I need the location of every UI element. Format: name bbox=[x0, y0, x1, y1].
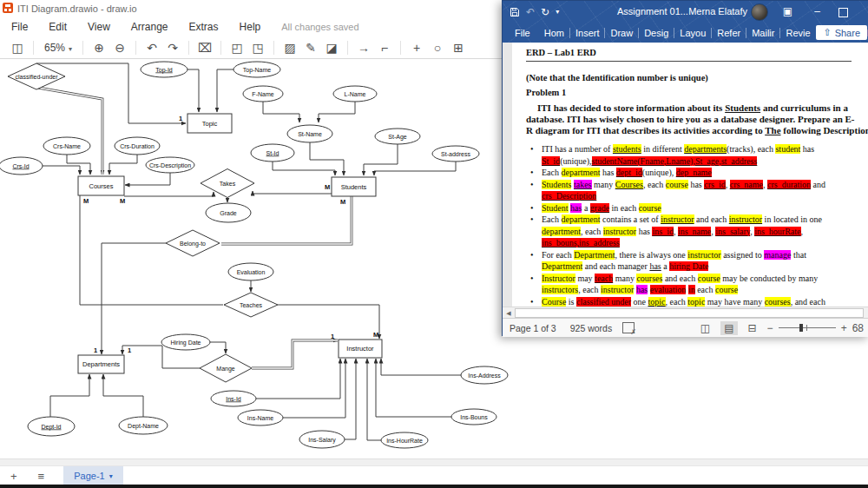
word-count[interactable]: 925 words bbox=[563, 323, 619, 333]
entity-students[interactable]: Students bbox=[332, 177, 376, 196]
attribute-grade[interactable]: Grade bbox=[206, 203, 251, 222]
tab-insert[interactable]: Insert bbox=[570, 28, 605, 38]
web-layout-icon[interactable]: ⊟ bbox=[745, 321, 760, 335]
edge-insbouns-instructor[interactable] bbox=[376, 359, 451, 417]
attribute-l-name[interactable]: L-Name bbox=[333, 86, 377, 102]
relationship-classified-under[interactable]: classified-under bbox=[8, 63, 65, 89]
menu-item-file[interactable]: File bbox=[0, 18, 38, 36]
attribute-ins-salary[interactable]: Ins-Salary bbox=[299, 431, 345, 448]
edge-inshourrate-instructor[interactable] bbox=[367, 359, 381, 440]
edge-topname-topic[interactable] bbox=[217, 69, 233, 112]
edge-lname-stname[interactable] bbox=[319, 102, 355, 122]
undo-icon[interactable]: ↶ bbox=[141, 38, 162, 57]
attribute-dept-name[interactable]: Dept-Name bbox=[119, 417, 168, 434]
proofing-errors-icon[interactable] bbox=[622, 322, 635, 333]
zoom-slider-thumb[interactable] bbox=[799, 324, 803, 332]
zoom-slider[interactable]: − + 68 bbox=[767, 322, 864, 334]
attribute-hiring-date[interactable]: Hiring Date bbox=[161, 334, 210, 350]
minimize-icon[interactable]: – bbox=[814, 5, 820, 17]
entity-courses[interactable]: Courses bbox=[78, 176, 124, 195]
maximize-icon[interactable] bbox=[838, 8, 848, 17]
line-color-icon[interactable]: ✎ bbox=[300, 38, 321, 57]
zoom-out-icon[interactable]: ⊖ bbox=[109, 38, 130, 57]
attribute-ins-id[interactable]: Ins-Id bbox=[211, 391, 256, 406]
edge-students-takes[interactable] bbox=[253, 191, 332, 194]
edge-topid-topic[interactable] bbox=[187, 69, 199, 112]
edge-insaddress-instructor[interactable] bbox=[381, 359, 461, 375]
edge-inssalary-instructor[interactable] bbox=[345, 359, 356, 439]
add-page-icon[interactable]: + bbox=[0, 470, 28, 483]
attribute-st-address[interactable]: St-address bbox=[432, 146, 479, 162]
edge-hiringdate-mange[interactable] bbox=[210, 342, 226, 353]
attribute-st-id[interactable]: St-Id bbox=[251, 144, 294, 162]
relationship-teaches[interactable]: Teaches bbox=[224, 293, 278, 317]
attribute-top-name[interactable]: Top-Name bbox=[233, 62, 280, 77]
print-layout-icon[interactable]: ▤ bbox=[720, 321, 737, 335]
edge-teaches-instructor[interactable] bbox=[278, 305, 379, 339]
signed-in-user[interactable]: Merna Elatafy bbox=[688, 6, 747, 16]
attribute-dept-id[interactable]: Dept-Id bbox=[28, 417, 75, 436]
edge-deptname-departments[interactable] bbox=[103, 374, 143, 417]
attribute-crs-name[interactable]: Crs-Name bbox=[43, 137, 90, 155]
menu-item-view[interactable]: View bbox=[77, 18, 121, 36]
fill-color-icon[interactable]: ▨ bbox=[279, 38, 300, 57]
entity-instructor[interactable]: Instructor bbox=[339, 340, 382, 358]
zoom-percent[interactable]: 68 bbox=[852, 322, 864, 334]
toggle-panel-icon[interactable]: ◫ bbox=[7, 38, 28, 57]
menu-item-edit[interactable]: Edit bbox=[38, 18, 77, 36]
entity-topic[interactable]: Topic bbox=[187, 114, 232, 133]
menu-item-extras[interactable]: Extras bbox=[179, 18, 229, 36]
edge-staddress-students[interactable] bbox=[374, 162, 456, 175]
edge-courses-takes[interactable] bbox=[124, 192, 214, 196]
edge-mange-instructor[interactable] bbox=[252, 340, 338, 368]
word-page[interactable]: ERD – Lab1 ERD (Note that the Identifica… bbox=[512, 43, 868, 307]
attribute-crs-id[interactable]: Crs-Id bbox=[0, 157, 43, 175]
menu-item-help[interactable]: Help bbox=[229, 18, 272, 36]
zoom-in-icon[interactable]: ⊕ bbox=[89, 38, 109, 57]
attribute-f-name[interactable]: F-Name bbox=[243, 86, 283, 102]
attribute-crs-description[interactable]: Crs-Description bbox=[146, 157, 194, 173]
shadow-icon[interactable]: ◪ bbox=[321, 38, 342, 57]
redo-icon[interactable]: ↷ bbox=[162, 38, 183, 57]
read-mode-icon[interactable]: ◫ bbox=[697, 321, 713, 335]
redo-icon[interactable]: ↻ bbox=[541, 7, 549, 17]
waypoints-icon[interactable]: → bbox=[353, 38, 374, 57]
attribute-st-age[interactable]: St-Age bbox=[375, 129, 420, 144]
edge-crsdescription-courses[interactable] bbox=[125, 173, 170, 185]
tab-desig[interactable]: Desig bbox=[639, 28, 674, 38]
scrollbar-track[interactable] bbox=[515, 308, 864, 318]
attribute-ins-name[interactable]: Ins-Name bbox=[238, 410, 283, 425]
insert-shape-icon[interactable]: ○ bbox=[427, 38, 448, 57]
edge-crsduration-courses[interactable] bbox=[109, 155, 137, 175]
relationship-belong-to[interactable]: Belong-to bbox=[166, 230, 220, 256]
tab-file[interactable]: File bbox=[506, 28, 539, 38]
page-tab[interactable]: Page-1▾ bbox=[63, 466, 123, 485]
edge-crsid-courses[interactable] bbox=[43, 166, 80, 175]
edge-crsname-courses[interactable] bbox=[67, 155, 90, 175]
page-count[interactable]: Page 1 of 3 bbox=[503, 323, 563, 333]
connection-icon[interactable]: ⌐ bbox=[374, 38, 395, 57]
ribbon-display-options-icon[interactable]: ▣ bbox=[783, 5, 792, 17]
edge-fname-stname[interactable] bbox=[263, 102, 299, 122]
tab-refer[interactable]: Refer bbox=[712, 28, 746, 38]
zoom-out-icon[interactable]: − bbox=[767, 322, 773, 334]
to-back-icon[interactable]: ◳ bbox=[247, 38, 268, 57]
table-icon[interactable]: ⊞ bbox=[448, 38, 469, 57]
attribute-evaluation[interactable]: Evaluation bbox=[228, 263, 273, 280]
delete-icon[interactable]: ⌧ bbox=[194, 38, 215, 57]
user-avatar[interactable] bbox=[751, 3, 768, 21]
undo-icon[interactable]: ↶ bbox=[526, 7, 535, 17]
entity-departments[interactable]: Departments bbox=[78, 355, 124, 373]
save-icon[interactable] bbox=[510, 7, 520, 17]
zoom-in-icon[interactable]: + bbox=[841, 322, 847, 334]
share-button[interactable]: ⇧ Share bbox=[816, 25, 867, 40]
tab-mailir[interactable]: Mailir bbox=[746, 28, 779, 38]
pages-list-icon[interactable]: ≡ bbox=[28, 470, 56, 483]
attribute-ins-hourrate[interactable]: Ins-HourRate bbox=[381, 432, 428, 448]
relationship-mange[interactable]: Mange bbox=[200, 354, 252, 382]
scroll-left-icon[interactable]: ◀ bbox=[503, 310, 515, 317]
attribute-ins-bouns[interactable]: Ins-Bouns bbox=[451, 409, 496, 425]
edge-insid-instructor[interactable] bbox=[256, 359, 340, 399]
zoom-level-dropdown[interactable]: 65%▾ bbox=[39, 42, 77, 54]
edge-belongto-departments[interactable] bbox=[102, 243, 166, 354]
